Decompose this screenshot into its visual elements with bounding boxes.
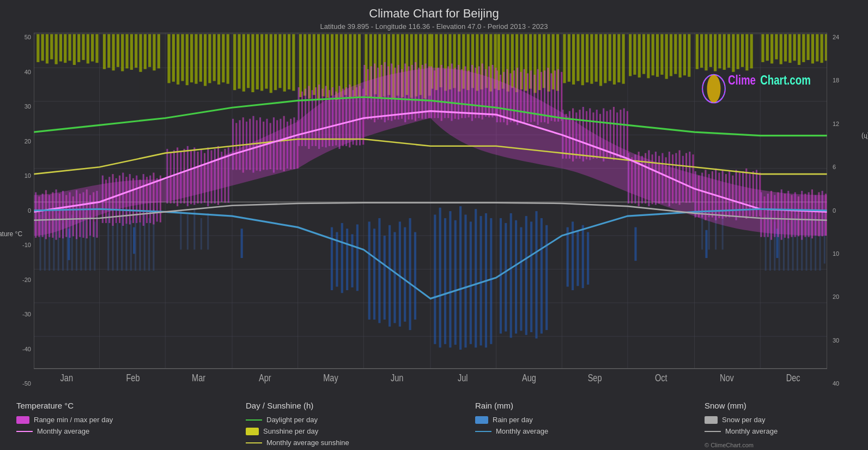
svg-rect-373 xyxy=(315,87,317,146)
svg-rect-399 xyxy=(401,69,403,119)
svg-rect-41 xyxy=(112,218,114,271)
y-tick-20: 20 xyxy=(5,138,34,145)
legend-sunshine-label: Sunshine per day xyxy=(263,427,318,435)
svg-rect-83 xyxy=(414,232,416,320)
svg-text:Sep: Sep xyxy=(588,372,602,383)
svg-rect-84 xyxy=(434,215,436,344)
svg-rect-417 xyxy=(461,69,463,118)
svg-rect-522 xyxy=(808,192,810,237)
svg-rect-435 xyxy=(520,72,521,123)
svg-rect-127 xyxy=(54,34,57,64)
svg-rect-413 xyxy=(447,67,449,118)
svg-rect-123 xyxy=(37,34,39,62)
svg-rect-101 xyxy=(525,216,527,335)
legend-sunshine-avg: Monthly average sunshine xyxy=(246,439,398,447)
svg-rect-328 xyxy=(160,176,161,223)
svg-rect-240 xyxy=(581,34,584,86)
svg-rect-445 xyxy=(554,70,556,122)
svg-rect-426 xyxy=(491,65,493,117)
svg-rect-289 xyxy=(816,34,818,62)
svg-rect-129 xyxy=(64,34,66,63)
y-tick-r-30: 30 xyxy=(830,337,863,344)
y-tick-r-0: 0 xyxy=(830,207,863,214)
sunshine-swatch xyxy=(246,428,259,435)
svg-rect-245 xyxy=(604,34,606,83)
svg-rect-274 xyxy=(741,34,744,67)
svg-rect-342 xyxy=(210,150,212,203)
y-tick-r-12: 12 xyxy=(830,121,863,127)
svg-rect-143 xyxy=(130,34,133,70)
svg-rect-253 xyxy=(642,34,645,74)
svg-rect-121 xyxy=(705,230,707,258)
y-tick-n30: -30 xyxy=(5,311,34,317)
svg-rect-386 xyxy=(359,86,361,145)
svg-rect-344 xyxy=(217,146,219,205)
svg-rect-55 xyxy=(207,213,209,250)
svg-rect-302 xyxy=(69,192,70,237)
legend-snow-swatch: Snow per day xyxy=(705,416,857,424)
svg-rect-271 xyxy=(727,34,730,68)
svg-rect-366 xyxy=(293,117,295,169)
svg-rect-319 xyxy=(129,174,131,224)
svg-rect-491 xyxy=(705,170,706,220)
svg-rect-277 xyxy=(761,34,764,62)
svg-rect-165 xyxy=(238,34,240,89)
svg-rect-299 xyxy=(59,194,60,238)
svg-rect-246 xyxy=(609,34,611,81)
rain-avg-line xyxy=(475,431,491,432)
svg-rect-503 xyxy=(745,169,747,219)
svg-rect-153 xyxy=(181,34,184,81)
svg-rect-81 xyxy=(404,227,406,322)
svg-rect-150 xyxy=(167,34,170,83)
svg-rect-256 xyxy=(656,34,659,77)
svg-text:Dec: Dec xyxy=(786,372,800,383)
svg-rect-185 xyxy=(331,34,333,96)
svg-rect-142 xyxy=(125,34,128,69)
svg-rect-76 xyxy=(378,218,380,323)
svg-rect-389 xyxy=(367,69,369,119)
legend-snow-avg: Monthly average xyxy=(705,427,857,435)
svg-rect-266 xyxy=(705,34,707,71)
svg-rect-285 xyxy=(798,34,800,65)
svg-rect-251 xyxy=(633,34,636,75)
svg-rect-106 xyxy=(331,227,333,290)
legend-snow-avg-label: Monthly average xyxy=(725,427,778,435)
svg-rect-300 xyxy=(62,191,64,238)
svg-rect-395 xyxy=(387,67,389,121)
svg-text:Jun: Jun xyxy=(391,372,403,383)
svg-rect-100 xyxy=(520,227,522,331)
svg-rect-183 xyxy=(321,34,324,97)
svg-text:Chart.com: Chart.com xyxy=(760,73,811,87)
svg-rect-124 xyxy=(41,34,44,61)
svg-rect-99 xyxy=(515,220,517,334)
svg-rect-524 xyxy=(815,195,816,236)
svg-rect-318 xyxy=(125,177,127,224)
y-tick-r-40: 40 xyxy=(830,380,863,387)
svg-rect-128 xyxy=(59,34,62,62)
svg-rect-169 xyxy=(256,34,259,89)
svg-rect-280 xyxy=(775,34,778,59)
svg-rect-388 xyxy=(363,65,365,119)
svg-rect-47 xyxy=(139,221,141,271)
svg-rect-275 xyxy=(745,34,748,71)
sunshine-avg-line xyxy=(246,442,262,443)
svg-rect-279 xyxy=(770,34,773,64)
svg-rect-152 xyxy=(177,34,179,85)
svg-rect-336 xyxy=(190,150,192,204)
svg-rect-509 xyxy=(764,196,766,237)
svg-rect-486 xyxy=(689,152,690,203)
svg-rect-480 xyxy=(669,152,670,206)
legend-snow-label: Snow per day xyxy=(722,416,766,424)
svg-rect-147 xyxy=(148,34,151,67)
svg-rect-140 xyxy=(117,34,119,67)
svg-rect-361 xyxy=(276,120,278,170)
svg-rect-402 xyxy=(411,65,413,119)
svg-rect-252 xyxy=(638,34,641,78)
svg-rect-364 xyxy=(287,122,288,169)
svg-rect-135 xyxy=(91,34,94,62)
svg-rect-176 xyxy=(288,34,290,89)
svg-rect-520 xyxy=(801,191,803,240)
svg-rect-138 xyxy=(107,34,110,68)
svg-rect-472 xyxy=(641,156,643,203)
svg-rect-323 xyxy=(143,174,144,226)
